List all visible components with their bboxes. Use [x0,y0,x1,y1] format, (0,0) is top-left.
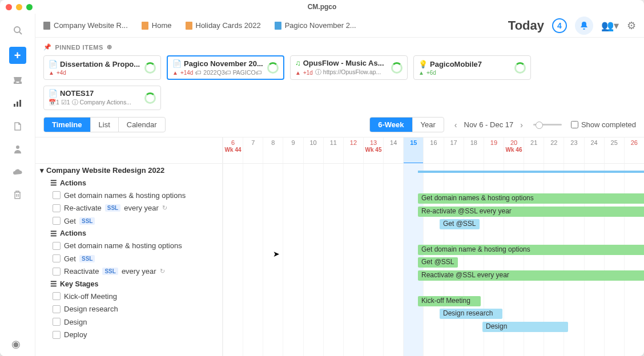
checkbox[interactable] [53,254,61,262]
maximize-window[interactable] [26,4,33,10]
warn-icon: ▲ [172,70,178,76]
date-range: Nov 6 - Dec 17 [464,120,514,129]
task-row[interactable]: Kick-off Meeting [35,290,222,303]
checkbox[interactable] [53,242,61,250]
file-icon[interactable] [11,120,24,132]
settings-icon[interactable]: ⚙ [627,19,636,32]
project-bar[interactable] [418,171,644,173]
music-icon: ♫ [295,59,301,67]
timeline-bar[interactable]: Get @SSL [418,257,458,268]
warn-icon: ▲ [295,70,301,76]
date-col: 20Wk 46 [504,137,524,163]
checkbox[interactable] [53,292,61,300]
task-row[interactable]: Design research [35,303,222,316]
add-button[interactable]: + [9,47,26,64]
progress-ring [144,62,156,74]
checkbox[interactable] [53,268,61,276]
project-row[interactable]: ▾Company Website Redesign 2022 [35,164,222,177]
timeline-bar[interactable]: Kick-off Meeting [418,296,481,306]
search-icon[interactable] [11,24,24,37]
task-row[interactable]: Deploy [35,329,222,342]
tab-pagico-nov[interactable]: Pagico November 2... [275,21,356,30]
trash-icon[interactable] [11,188,24,201]
date-col: 15Today [403,137,423,163]
date-col: 13Wk 45 [363,137,383,163]
timeline-bar[interactable]: Get @SSL [440,219,480,229]
person-icon[interactable] [11,143,24,155]
view-calendar[interactable]: Calendar [119,118,165,132]
list-icon: ☰ [50,229,57,238]
today-count-badge[interactable]: 4 [552,18,567,33]
close-window[interactable] [6,4,12,10]
date-col: 22 [544,137,564,163]
inbox-icon[interactable] [11,74,24,87]
timeline-bar[interactable]: Re-activate @SSL every year [418,207,644,217]
section-actions-1[interactable]: ☰Actions [35,177,222,189]
progress-ring [391,62,402,74]
ssl-tag[interactable]: SSL [79,255,95,262]
task-row[interactable]: Get domain names & hosting options [35,189,222,202]
timeline-bar[interactable]: Design [482,322,568,332]
show-completed[interactable]: Show completed [571,120,636,129]
checkbox[interactable] [53,331,61,339]
today-label[interactable]: Today [508,18,544,33]
section-key-stages[interactable]: ☰Key Stages [35,278,222,290]
date-col: 9 [283,137,303,163]
pinned-card-dissertation[interactable]: 📄Dissertation & Propo...▲+4d [43,55,161,80]
checkbox[interactable] [53,305,61,313]
prev-range[interactable]: ‹ [452,120,460,130]
task-row[interactable]: Get domain name & hosting options [35,240,222,253]
zoom-year[interactable]: Year [413,118,444,132]
date-col: 10 [303,137,323,163]
bulb-icon: 💡 [418,60,428,68]
zoom-6week[interactable]: 6-Week [370,118,412,132]
section-actions-2[interactable]: ☰Actions [35,228,222,240]
collapse-icon[interactable]: ▾ [40,166,44,175]
task-row[interactable]: GetSSL [35,215,222,228]
timeline-bar[interactable]: Reactivate @SSL every year [418,270,644,281]
cloud-icon[interactable] [11,165,24,178]
tab-holiday-cards[interactable]: Holiday Cards 2022 [186,21,261,30]
pinned-card-pagico-nov[interactable]: 📄Pagico November 20...▲+14d🏷 2022Q3🏷 PAG… [167,55,284,80]
checkbox[interactable] [53,318,61,326]
people-icon[interactable]: 👥▾ [601,19,619,32]
dashboard-icon[interactable] [11,97,24,110]
sync-status-icon[interactable]: ◉ [11,338,21,350]
task-row[interactable]: GetSSL [35,252,222,265]
date-col: 16 [423,137,443,163]
up-icon: ▲ [418,70,424,76]
topbar: Company Website R... Home Holiday Cards … [35,14,644,38]
tab-home[interactable]: Home [142,21,172,30]
ssl-tag[interactable]: SSL [105,204,120,212]
timeline-bar[interactable]: Get domain name & hosting options [418,245,644,255]
view-timeline[interactable]: Timeline [44,118,91,132]
next-range[interactable]: › [518,120,525,130]
task-row[interactable]: ReactivateSSLevery year↻ [35,265,222,278]
checkbox[interactable] [53,191,61,199]
ssl-tag[interactable]: SSL [102,268,118,275]
checkbox[interactable] [53,217,61,225]
pinned-card-pagicomobile[interactable]: 💡PagicoMobile7▲+6d [413,55,531,80]
task-row[interactable]: Design [35,315,222,329]
checkbox[interactable] [53,204,61,212]
timeline-bar[interactable]: Get domain names & hosting options [418,193,644,204]
pinned-card-opusflow[interactable]: ♫OpusFlow - Music As...▲+1dⓘ https://Opu… [290,55,408,80]
tab-company-website[interactable]: Company Website R... [43,21,128,30]
repeat-icon: ↻ [162,204,167,212]
doc-icon: 📄 [172,59,182,68]
view-list[interactable]: List [91,118,119,132]
task-row[interactable]: Re-activateSSLevery year↻ [35,202,222,215]
zoom-slider[interactable] [533,124,562,126]
ssl-tag[interactable]: SSL [79,217,95,225]
add-pinned-icon[interactable]: ⊕ [107,43,112,51]
date-col: 11 [323,137,343,163]
view-tabs: Timeline List Calendar [43,117,166,132]
date-col: 14 [383,137,403,163]
timeline-bar[interactable]: Design research [440,309,502,319]
pinned-card-notes17[interactable]: 📄NOTES17📅1 ☑1 ⓘ Company Actions... [43,86,161,110]
sidebar: + ◉ [0,14,35,356]
minimize-window[interactable] [16,4,22,10]
svg-point-5 [16,145,19,149]
notifications-icon[interactable] [575,17,593,35]
svg-line-1 [19,32,22,34]
